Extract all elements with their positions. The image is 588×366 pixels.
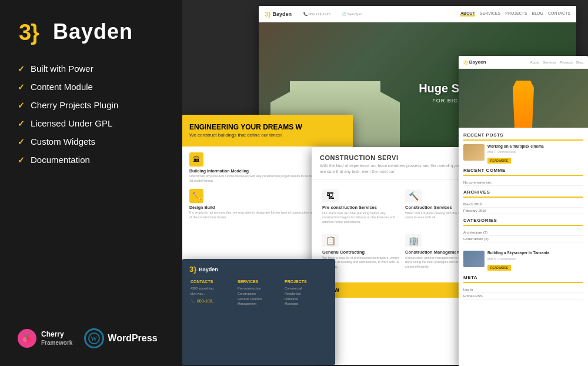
check-icon: ✓ bbox=[18, 82, 25, 92]
feature-item: ✓ Licensed Under GPL bbox=[18, 118, 165, 128]
feature-item: ✓ Cherry Projects Plugin bbox=[18, 100, 165, 110]
brand-name: Bayden bbox=[53, 19, 133, 44]
svg-text:}: } bbox=[31, 20, 39, 45]
feature-item: ✓ Documentation bbox=[18, 155, 165, 165]
pre-construction-icon: 🏗 bbox=[322, 189, 339, 202]
post-thumbnail bbox=[463, 144, 485, 161]
screenshot-footer: 3} Bayden Contacts 4300 somethingblvd wa… bbox=[182, 259, 335, 365]
sc-r-hero-image bbox=[459, 69, 588, 128]
screenshot-blog: 3} Bayden About Services Projects Blog R… bbox=[459, 56, 588, 366]
sc-footer-cols: Contacts 4300 somethingblvd way... 📞 800… bbox=[182, 277, 335, 309]
feature-item: ✓ Custom Widgets bbox=[18, 137, 165, 147]
sc-blog-sidebar: Recent Posts Working on a multiplex cine… bbox=[459, 128, 588, 304]
sc-footer-logo: 3} Bayden bbox=[182, 259, 335, 277]
post-thumbnail-2 bbox=[463, 251, 485, 267]
feature-item: ✓ Built with Power bbox=[18, 64, 165, 74]
footer-logos: Cherry Framework W WordPress bbox=[18, 328, 165, 348]
design-build-icon: ✏️ bbox=[189, 189, 203, 203]
svg-text:3: 3 bbox=[19, 20, 31, 45]
sc-logo: 3} Bayden bbox=[265, 11, 292, 18]
wordpress-logo: W WordPress bbox=[84, 328, 157, 348]
wordpress-icon: W bbox=[84, 328, 104, 348]
left-panel: 3 } Bayden ✓ Built with Power ✓ Content … bbox=[0, 0, 182, 366]
logo-area: 3 } Bayden bbox=[18, 18, 165, 46]
brand-logo-icon: 3 } bbox=[18, 18, 46, 46]
blog-post-item-2: Building a Skyscraper in Tanzania Mar 5 … bbox=[463, 251, 583, 271]
sc-nav-links: ABOUT SERVICES PROJECTS BLOG CONTACTS bbox=[460, 11, 570, 16]
cherry-icon bbox=[18, 329, 36, 348]
blog-post-item: Working on a multiplex cinema Mar 7 | Ar… bbox=[463, 144, 583, 164]
cherry-framework-logo: Cherry Framework bbox=[18, 329, 72, 348]
screenshot-nav: 3} Bayden 📞 000-123-1325 🕐 8am-5pm ABOUT… bbox=[259, 6, 576, 22]
building-info-icon: 🏛 bbox=[189, 152, 203, 167]
sc-r-nav: 3} Bayden About Services Projects Blog bbox=[459, 56, 588, 69]
construction-icon: 🔨 bbox=[405, 189, 422, 202]
general-contracting-icon: 📋 bbox=[322, 234, 339, 247]
check-icon: ✓ bbox=[18, 155, 25, 165]
sc-yellow-bar: ENGINEERING YOUR DREAMS W We construct b… bbox=[182, 115, 353, 147]
features-list: ✓ Built with Power ✓ Content Module ✓ Ch… bbox=[18, 64, 165, 165]
check-icon: ✓ bbox=[18, 101, 25, 110]
svg-text:W: W bbox=[91, 335, 97, 342]
check-icon: ✓ bbox=[18, 119, 25, 128]
right-panel: 3} Bayden 📞 000-123-1325 🕐 8am-5pm ABOUT… bbox=[182, 0, 588, 366]
feature-item: ✓ Content Module bbox=[18, 82, 165, 92]
service-item: 🏗 Pre-construction Services Our team use… bbox=[320, 185, 403, 229]
construction-mgmt-icon: 🏢 bbox=[405, 234, 422, 247]
check-icon: ✓ bbox=[18, 64, 25, 74]
check-icon: ✓ bbox=[18, 137, 25, 147]
